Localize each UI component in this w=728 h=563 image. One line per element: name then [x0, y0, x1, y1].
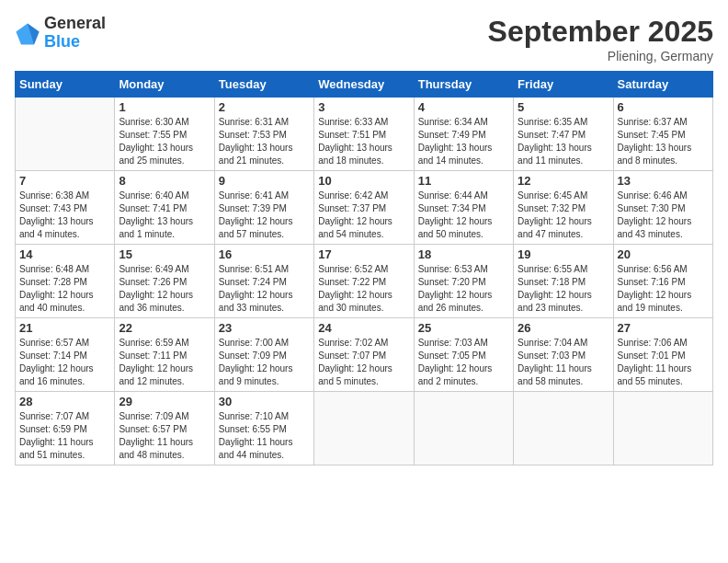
day-info: Sunrise: 7:02 AM Sunset: 7:07 PM Dayligh… — [318, 337, 409, 388]
day-info: Sunrise: 6:49 AM Sunset: 7:26 PM Dayligh… — [119, 263, 210, 315]
day-number: 7 — [19, 174, 110, 188]
day-number: 26 — [518, 321, 609, 335]
day-number: 2 — [219, 100, 310, 114]
day-number: 18 — [418, 247, 509, 261]
day-cell: 7Sunrise: 6:38 AM Sunset: 7:43 PM Daylig… — [16, 171, 115, 245]
day-cell: 14Sunrise: 6:48 AM Sunset: 7:28 PM Dayli… — [16, 245, 115, 318]
day-cell: 5Sunrise: 6:35 AM Sunset: 7:47 PM Daylig… — [514, 98, 613, 171]
day-info: Sunrise: 6:30 AM Sunset: 7:55 PM Dayligh… — [119, 116, 210, 167]
day-number: 14 — [19, 247, 110, 261]
day-number: 17 — [318, 247, 409, 261]
day-info: Sunrise: 6:42 AM Sunset: 7:37 PM Dayligh… — [318, 190, 409, 241]
day-info: Sunrise: 7:04 AM Sunset: 7:03 PM Dayligh… — [518, 337, 609, 388]
header-saturday: Saturday — [613, 72, 712, 98]
day-info: Sunrise: 6:57 AM Sunset: 7:14 PM Dayligh… — [19, 337, 110, 388]
day-number: 28 — [19, 395, 110, 408]
logo-general-text: General — [44, 15, 106, 33]
logo-text: General Blue — [44, 15, 106, 52]
day-number: 16 — [219, 247, 310, 261]
day-cell: 4Sunrise: 6:34 AM Sunset: 7:49 PM Daylig… — [414, 98, 513, 171]
day-info: Sunrise: 6:46 AM Sunset: 7:30 PM Dayligh… — [618, 190, 709, 241]
day-cell — [414, 392, 513, 465]
day-info: Sunrise: 7:10 AM Sunset: 6:55 PM Dayligh… — [219, 410, 310, 462]
header-wednesday: Wednesday — [314, 72, 414, 98]
day-number: 19 — [518, 247, 609, 261]
day-number: 20 — [618, 247, 709, 261]
day-number: 5 — [518, 100, 609, 114]
day-info: Sunrise: 6:35 AM Sunset: 7:47 PM Dayligh… — [518, 116, 609, 167]
page-header: General Blue September 2025 Pliening, Ge… — [15, 15, 713, 63]
day-number: 10 — [318, 174, 409, 188]
title-block: September 2025 Pliening, Germany — [488, 15, 713, 63]
day-number: 27 — [618, 321, 709, 335]
day-cell: 25Sunrise: 7:03 AM Sunset: 7:05 PM Dayli… — [414, 318, 513, 392]
day-info: Sunrise: 7:06 AM Sunset: 7:01 PM Dayligh… — [618, 337, 709, 388]
day-number: 8 — [119, 174, 210, 188]
location: Pliening, Germany — [488, 49, 713, 63]
day-cell: 24Sunrise: 7:02 AM Sunset: 7:07 PM Dayli… — [314, 318, 414, 392]
day-cell: 26Sunrise: 7:04 AM Sunset: 7:03 PM Dayli… — [514, 318, 613, 392]
week-row-1: 1Sunrise: 6:30 AM Sunset: 7:55 PM Daylig… — [16, 98, 713, 171]
day-info: Sunrise: 7:00 AM Sunset: 7:09 PM Dayligh… — [219, 337, 310, 388]
day-cell: 28Sunrise: 7:07 AM Sunset: 6:59 PM Dayli… — [16, 392, 115, 465]
day-cell: 16Sunrise: 6:51 AM Sunset: 7:24 PM Dayli… — [214, 245, 313, 318]
day-number: 3 — [318, 100, 409, 114]
day-number: 11 — [418, 174, 509, 188]
header-friday: Friday — [514, 72, 613, 98]
day-cell: 9Sunrise: 6:41 AM Sunset: 7:39 PM Daylig… — [214, 171, 313, 245]
day-cell: 1Sunrise: 6:30 AM Sunset: 7:55 PM Daylig… — [115, 98, 214, 171]
day-cell: 6Sunrise: 6:37 AM Sunset: 7:45 PM Daylig… — [613, 98, 712, 171]
logo: General Blue — [15, 15, 106, 52]
day-cell: 3Sunrise: 6:33 AM Sunset: 7:51 PM Daylig… — [314, 98, 414, 171]
day-info: Sunrise: 6:40 AM Sunset: 7:41 PM Dayligh… — [119, 190, 210, 241]
day-number: 21 — [19, 321, 110, 335]
week-row-2: 7Sunrise: 6:38 AM Sunset: 7:43 PM Daylig… — [16, 171, 713, 245]
calendar-header-row: SundayMondayTuesdayWednesdayThursdayFrid… — [16, 72, 713, 98]
day-info: Sunrise: 7:09 AM Sunset: 6:57 PM Dayligh… — [119, 410, 210, 462]
day-cell: 13Sunrise: 6:46 AM Sunset: 7:30 PM Dayli… — [613, 171, 712, 245]
day-info: Sunrise: 6:41 AM Sunset: 7:39 PM Dayligh… — [219, 190, 310, 241]
day-cell: 20Sunrise: 6:56 AM Sunset: 7:16 PM Dayli… — [613, 245, 712, 318]
header-monday: Monday — [115, 72, 214, 98]
day-number: 12 — [518, 174, 609, 188]
day-number: 15 — [119, 247, 210, 261]
day-info: Sunrise: 6:56 AM Sunset: 7:16 PM Dayligh… — [618, 263, 709, 315]
day-number: 4 — [418, 100, 509, 114]
day-info: Sunrise: 6:52 AM Sunset: 7:22 PM Dayligh… — [318, 263, 409, 315]
day-cell — [314, 392, 414, 465]
day-cell — [613, 392, 712, 465]
header-sunday: Sunday — [16, 72, 115, 98]
day-cell: 15Sunrise: 6:49 AM Sunset: 7:26 PM Dayli… — [115, 245, 214, 318]
day-info: Sunrise: 6:53 AM Sunset: 7:20 PM Dayligh… — [418, 263, 509, 315]
week-row-5: 28Sunrise: 7:07 AM Sunset: 6:59 PM Dayli… — [16, 392, 713, 465]
logo-blue-text: Blue — [44, 33, 106, 52]
day-number: 13 — [618, 174, 709, 188]
day-cell: 2Sunrise: 6:31 AM Sunset: 7:53 PM Daylig… — [214, 98, 313, 171]
logo-icon — [15, 20, 40, 46]
day-cell: 17Sunrise: 6:52 AM Sunset: 7:22 PM Dayli… — [314, 245, 414, 318]
day-info: Sunrise: 6:34 AM Sunset: 7:49 PM Dayligh… — [418, 116, 509, 167]
day-cell: 30Sunrise: 7:10 AM Sunset: 6:55 PM Dayli… — [214, 392, 313, 465]
day-cell — [16, 98, 115, 171]
day-number: 1 — [119, 100, 210, 114]
day-info: Sunrise: 6:38 AM Sunset: 7:43 PM Dayligh… — [19, 190, 110, 241]
day-cell: 8Sunrise: 6:40 AM Sunset: 7:41 PM Daylig… — [115, 171, 214, 245]
day-cell: 19Sunrise: 6:55 AM Sunset: 7:18 PM Dayli… — [514, 245, 613, 318]
header-tuesday: Tuesday — [214, 72, 313, 98]
day-info: Sunrise: 6:45 AM Sunset: 7:32 PM Dayligh… — [518, 190, 609, 241]
day-info: Sunrise: 6:37 AM Sunset: 7:45 PM Dayligh… — [618, 116, 709, 167]
day-number: 24 — [318, 321, 409, 335]
day-number: 30 — [219, 395, 310, 408]
day-info: Sunrise: 7:07 AM Sunset: 6:59 PM Dayligh… — [19, 410, 110, 462]
header-thursday: Thursday — [414, 72, 513, 98]
day-cell: 18Sunrise: 6:53 AM Sunset: 7:20 PM Dayli… — [414, 245, 513, 318]
day-cell: 29Sunrise: 7:09 AM Sunset: 6:57 PM Dayli… — [115, 392, 214, 465]
day-number: 25 — [418, 321, 509, 335]
day-info: Sunrise: 7:03 AM Sunset: 7:05 PM Dayligh… — [418, 337, 509, 388]
day-number: 29 — [119, 395, 210, 408]
day-info: Sunrise: 6:33 AM Sunset: 7:51 PM Dayligh… — [318, 116, 409, 167]
day-number: 22 — [119, 321, 210, 335]
day-cell: 27Sunrise: 7:06 AM Sunset: 7:01 PM Dayli… — [613, 318, 712, 392]
day-info: Sunrise: 6:31 AM Sunset: 7:53 PM Dayligh… — [219, 116, 310, 167]
day-cell: 23Sunrise: 7:00 AM Sunset: 7:09 PM Dayli… — [214, 318, 313, 392]
